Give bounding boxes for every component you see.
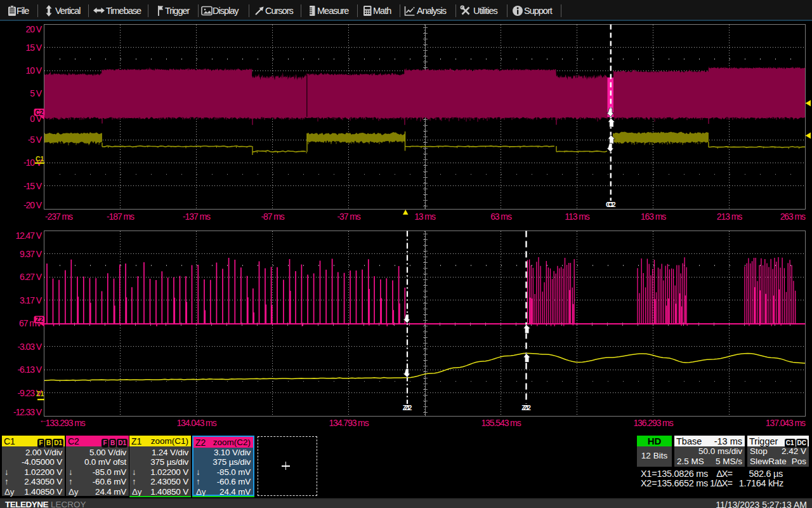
svg-text:135.543 ms: 135.543 ms (481, 418, 521, 428)
svg-text:10 V: 10 V (26, 65, 43, 76)
svg-text:20 V: 20 V (26, 24, 43, 34)
svg-text:C1: C1 (36, 155, 44, 163)
svg-text:-12.33 V: -12.33 V (13, 407, 43, 417)
svg-text:-3.03 V: -3.03 V (18, 342, 43, 352)
svg-text:133.293 ms: 133.293 ms (46, 418, 86, 428)
svg-text:-5 V: -5 V (28, 135, 43, 145)
svg-text:12.47 V: 12.47 V (15, 231, 42, 241)
svg-text:163 ms: 163 ms (641, 211, 666, 222)
svg-text:-6.13 V: -6.13 V (18, 364, 43, 375)
svg-text:213 ms: 213 ms (717, 211, 742, 222)
svg-text:-237 ms: -237 ms (45, 211, 73, 222)
svg-text:15 V: 15 V (26, 43, 43, 53)
svg-text:134.043 ms: 134.043 ms (176, 418, 216, 428)
svg-text:Z2: Z2 (523, 404, 531, 411)
svg-text:134.793 ms: 134.793 ms (329, 418, 369, 428)
svg-text:3.17 V: 3.17 V (20, 295, 43, 305)
svg-text:9.37 V: 9.37 V (20, 249, 43, 259)
svg-text:5 V: 5 V (30, 88, 42, 98)
svg-text:136.293 ms: 136.293 ms (633, 418, 673, 428)
svg-text:C2: C2 (608, 201, 616, 208)
svg-text:-187 ms: -187 ms (107, 211, 134, 222)
svg-text:263 ms: 263 ms (780, 211, 806, 222)
svg-text:13 ms: 13 ms (414, 211, 436, 222)
svg-text:137.043 ms: 137.043 ms (766, 418, 806, 428)
svg-text:Z1: Z1 (36, 390, 44, 398)
svg-text:6.27 V: 6.27 V (20, 272, 43, 282)
svg-text:-137 ms: -137 ms (183, 211, 211, 222)
svg-text:-37 ms: -37 ms (337, 211, 360, 222)
svg-text:-87 ms: -87 ms (261, 211, 284, 222)
svg-text:113 ms: 113 ms (565, 211, 589, 222)
svg-text:Z2: Z2 (405, 404, 412, 411)
svg-text:Z2: Z2 (36, 316, 43, 323)
svg-text:C2: C2 (36, 109, 44, 116)
svg-text:-20 V: -20 V (23, 200, 43, 210)
svg-text:63 ms: 63 ms (490, 211, 512, 222)
svg-text:-15 V: -15 V (23, 181, 43, 191)
